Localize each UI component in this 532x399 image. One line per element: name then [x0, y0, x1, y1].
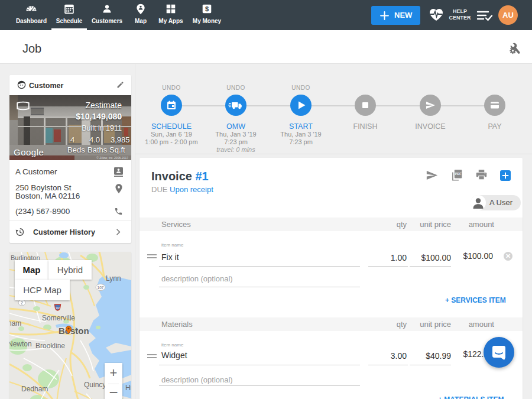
svg-text:Brookline: Brookline	[35, 342, 65, 350]
svg-text:Newton: Newton	[9, 340, 32, 348]
svg-text:Dedham: Dedham	[21, 385, 48, 393]
svg-text:93: 93	[56, 306, 60, 310]
svg-text:Quincy: Quincy	[84, 381, 106, 389]
svg-text:PDF: PDF	[455, 172, 462, 176]
svg-text:Hi: Hi	[125, 384, 131, 392]
svg-text:Somerville: Somerville	[42, 314, 75, 322]
svg-text:2: 2	[21, 301, 23, 305]
svg-text:Lynn: Lynn	[106, 274, 121, 283]
svg-text:107: 107	[98, 286, 104, 290]
svg-text:ham: ham	[9, 319, 21, 327]
svg-text:Boston: Boston	[59, 326, 89, 336]
svg-text:$: $	[205, 5, 209, 12]
